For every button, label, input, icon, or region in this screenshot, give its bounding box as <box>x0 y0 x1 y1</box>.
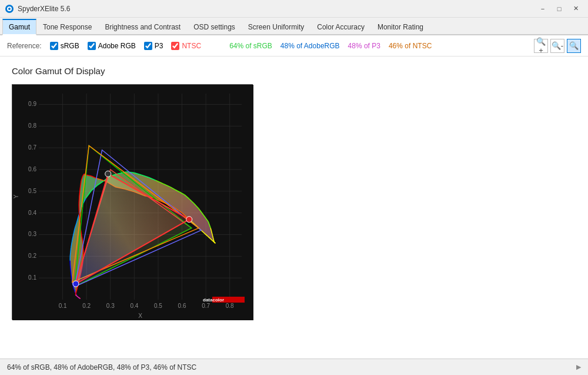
stat-srgb: 64% of sRGB <box>229 42 272 50</box>
window-controls: − □ ✕ <box>535 1 583 16</box>
ref-ntsc: NTSC <box>171 42 201 50</box>
content-area: Color Gamut Of Display <box>0 57 588 359</box>
ref-adobe-rgb: Adobe RGB <box>88 42 136 50</box>
ref-adobe-rgb-checkbox[interactable] <box>88 42 96 50</box>
chart-title: Color Gamut Of Display <box>12 66 576 76</box>
zoom-controls: 🔍+ 🔍- 🔍 <box>534 39 581 53</box>
tab-osd-settings[interactable]: OSD settings <box>187 19 242 34</box>
tab-screen-uniformity[interactable]: Screen Uniformity <box>242 19 310 34</box>
ref-adobe-rgb-label: Adobe RGB <box>98 42 136 50</box>
maximize-button[interactable]: □ <box>552 1 567 16</box>
zoom-fit-button[interactable]: 🔍 <box>567 39 581 53</box>
tab-tone-response[interactable]: Tone Response <box>36 19 98 34</box>
ref-ntsc-label: NTSC <box>182 42 201 50</box>
cie-chart <box>12 84 253 320</box>
app-icon <box>5 4 14 14</box>
title-bar: SpyderXElite 5.6 − □ ✕ <box>0 0 588 18</box>
reference-bar: Reference: sRGB Adobe RGB P3 NTSC 64% of… <box>0 35 588 57</box>
ref-p3-label: P3 <box>155 42 163 50</box>
tab-monitor-rating[interactable]: Monitor Rating <box>371 19 430 34</box>
tab-color-accuracy[interactable]: Color Accuracy <box>310 19 371 34</box>
stat-p3: 48% of P3 <box>348 42 380 50</box>
ref-p3-checkbox[interactable] <box>144 42 152 50</box>
reference-label: Reference: <box>7 42 42 50</box>
close-button[interactable]: ✕ <box>568 1 583 16</box>
status-bar: 64% of sRGB, 48% of AdobeRGB, 48% of P3,… <box>0 359 588 375</box>
stat-adobe: 48% of AdobeRGB <box>280 42 340 50</box>
status-text: 64% of sRGB, 48% of AdobeRGB, 48% of P3,… <box>7 363 196 371</box>
tab-brightness-contrast[interactable]: Brightness and Contrast <box>98 19 187 34</box>
app-title: SpyderXElite 5.6 <box>18 5 535 13</box>
zoom-in-button[interactable]: 🔍+ <box>534 39 548 53</box>
ref-srgb-checkbox[interactable] <box>50 42 58 50</box>
minimize-button[interactable]: − <box>535 1 550 16</box>
ref-srgb: sRGB <box>50 42 79 50</box>
stat-ntsc: 46% of NTSC <box>389 42 432 50</box>
svg-point-2 <box>8 8 11 10</box>
tab-gamut[interactable]: Gamut <box>2 19 36 35</box>
zoom-out-button[interactable]: 🔍- <box>550 39 564 53</box>
ref-srgb-label: sRGB <box>61 42 79 50</box>
tab-bar: Gamut Tone Response Brightness and Contr… <box>0 18 588 35</box>
ref-p3: P3 <box>144 42 163 50</box>
scroll-arrow: ▶ <box>576 363 581 371</box>
ref-ntsc-checkbox[interactable] <box>171 42 179 50</box>
